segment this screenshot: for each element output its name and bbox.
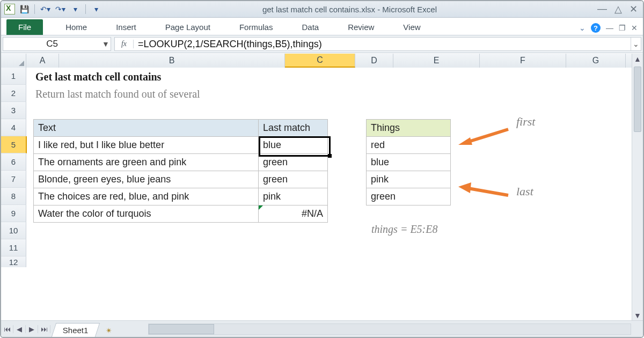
minimize-icon[interactable]: — (597, 3, 607, 15)
annotation-first: first (516, 115, 535, 129)
reference-style-icon[interactable]: ▾ (69, 3, 81, 15)
table-row[interactable]: pink (367, 171, 451, 188)
table-row[interactable]: blue (367, 154, 451, 171)
row-header[interactable]: 11 (1, 239, 26, 256)
svg-line-2 (465, 188, 508, 195)
cell[interactable]: I like red, but I like blue better (34, 137, 259, 154)
cell[interactable]: #N/A (259, 205, 328, 223)
ribbon-tab-view[interactable]: View (396, 19, 428, 35)
row-header[interactable]: 5 (1, 136, 27, 153)
help-icon[interactable]: ? (591, 23, 601, 33)
row-header[interactable]: 2 (1, 85, 26, 102)
ribbon-tab-formulas[interactable]: Formulas (232, 19, 281, 35)
scroll-thumb[interactable] (149, 324, 214, 334)
row-header[interactable]: 9 (1, 205, 26, 222)
cell[interactable]: red (367, 137, 451, 154)
qat-separator (34, 4, 35, 14)
col-header-f[interactable]: F (480, 54, 566, 68)
table-row[interactable]: Blonde, green eyes, blue jeansgreen (34, 171, 328, 188)
row-header[interactable]: 3 (1, 102, 26, 119)
col-header-d[interactable]: D (355, 54, 393, 68)
table-row[interactable]: The ornaments are green and pinkgreen (34, 154, 328, 171)
error-indicator-icon[interactable] (259, 205, 263, 210)
redo-icon[interactable]: ↷▾ (54, 3, 66, 15)
col-header-a[interactable]: A (26, 54, 59, 68)
column-headers: A B C D E F G (1, 54, 643, 68)
undo-icon[interactable]: ↶▾ (39, 3, 51, 15)
ribbon-minimize-icon[interactable]: ⌄ (579, 24, 586, 32)
workbook-minimize-icon[interactable]: — (606, 24, 613, 32)
name-box[interactable]: C5 ▼ (3, 37, 111, 51)
sheet-tab[interactable]: Sheet1 (52, 323, 100, 337)
tab-scroll-prev-icon[interactable]: ◀ (13, 325, 26, 333)
formula-bar-expand-icon[interactable]: ⌄ (631, 38, 641, 50)
cell[interactable]: The ornaments are green and pink (34, 154, 259, 171)
workbook-restore-icon[interactable]: ❐ (619, 24, 626, 32)
cell[interactable]: pink (367, 171, 451, 188)
row-header[interactable]: 4 (1, 119, 26, 136)
arrow-icon (457, 127, 511, 150)
qat-separator (85, 4, 86, 14)
row-header[interactable]: 8 (1, 188, 26, 205)
scroll-up-icon[interactable]: ▲ (632, 54, 643, 64)
ribbon-tab-home[interactable]: Home (58, 19, 94, 35)
row-header[interactable]: 6 (1, 153, 26, 171)
cell[interactable]: green (259, 171, 328, 188)
table-row[interactable]: Water the color of turquois#N/A (34, 205, 328, 223)
fx-icon[interactable]: fx (115, 40, 134, 48)
row-header[interactable]: 10 (1, 222, 26, 239)
scroll-thumb[interactable] (634, 67, 641, 132)
col-header-e[interactable]: E (393, 54, 480, 68)
name-box-value: C5 (3, 39, 101, 49)
cell[interactable]: pink (259, 188, 328, 205)
ribbon-tab-data[interactable]: Data (294, 19, 326, 35)
name-box-dropdown-icon[interactable]: ▼ (101, 40, 111, 48)
window-title: get last match cell contains.xlsx - Micr… (102, 5, 597, 14)
col-header-b[interactable]: B (59, 54, 285, 68)
svg-marker-3 (458, 182, 471, 193)
tab-scroll-next-icon[interactable]: ▶ (26, 325, 38, 333)
save-icon[interactable]: 💾 (18, 3, 30, 15)
table-row[interactable]: I like red, but I like blue betterblue (34, 137, 328, 154)
tab-scroll-last-icon[interactable]: ⏭ (38, 325, 50, 333)
ribbon-tab-review[interactable]: Review (340, 19, 382, 35)
ribbon-tab-page-layout[interactable]: Page Layout (158, 19, 218, 35)
close-icon[interactable]: ✕ (630, 3, 638, 15)
row-header[interactable]: 12 (1, 256, 26, 267)
cell[interactable]: blue (259, 137, 328, 154)
file-tab[interactable]: File (6, 19, 43, 35)
row-header[interactable]: 1 (1, 68, 26, 85)
arrow-icon (457, 180, 511, 203)
col-header-g[interactable]: G (566, 54, 626, 68)
cell[interactable]: green (367, 188, 451, 205)
cell[interactable]: blue (367, 154, 451, 171)
vertical-scrollbar[interactable]: ▲ ▼ (632, 54, 643, 321)
formula-input[interactable]: =LOOKUP(2,1/SEARCH(things,B5),things) (134, 39, 631, 50)
row-header[interactable]: 7 (1, 171, 26, 188)
cell[interactable]: The choices are red, blue, and pink (34, 188, 259, 205)
sheet-tab-label: Sheet1 (63, 326, 89, 335)
select-all-corner[interactable] (1, 54, 26, 68)
table-row[interactable]: green (367, 188, 451, 205)
table-row[interactable]: The choices are red, blue, and pinkpink (34, 188, 328, 205)
new-sheet-icon[interactable]: ✴ (102, 324, 116, 337)
error-value: #N/A (263, 208, 323, 219)
col-header-c[interactable]: C (285, 54, 355, 68)
ribbon-tabs: File Home Insert Page Layout Formulas Da… (1, 18, 643, 35)
cell[interactable]: Blonde, green eyes, blue jeans (34, 171, 259, 188)
workbook-close-icon[interactable]: ✕ (631, 24, 638, 32)
tab-scroll-first-icon[interactable]: ⏮ (1, 325, 13, 333)
cell[interactable]: Water the color of turquois (34, 205, 259, 223)
maximize-icon[interactable]: △ (614, 3, 622, 15)
scroll-down-icon[interactable]: ▼ (632, 310, 643, 321)
qat-customize-icon[interactable]: ▾ (90, 3, 102, 15)
quick-access-toolbar: 💾 ↶▾ ↷▾ ▾ ▾ (18, 3, 102, 15)
window-controls: — △ ✕ (597, 3, 640, 15)
worksheet-grid[interactable]: A B C D E F G 1 2 3 4 5 6 7 8 9 10 11 12… (1, 54, 643, 321)
horizontal-scrollbar[interactable] (148, 324, 631, 335)
things-table: Things red blue pink green (366, 119, 451, 205)
ribbon-tab-insert[interactable]: Insert (108, 19, 144, 35)
annotation-last: last (516, 185, 533, 199)
table-row[interactable]: red (367, 137, 451, 154)
cell[interactable]: green (259, 154, 328, 171)
